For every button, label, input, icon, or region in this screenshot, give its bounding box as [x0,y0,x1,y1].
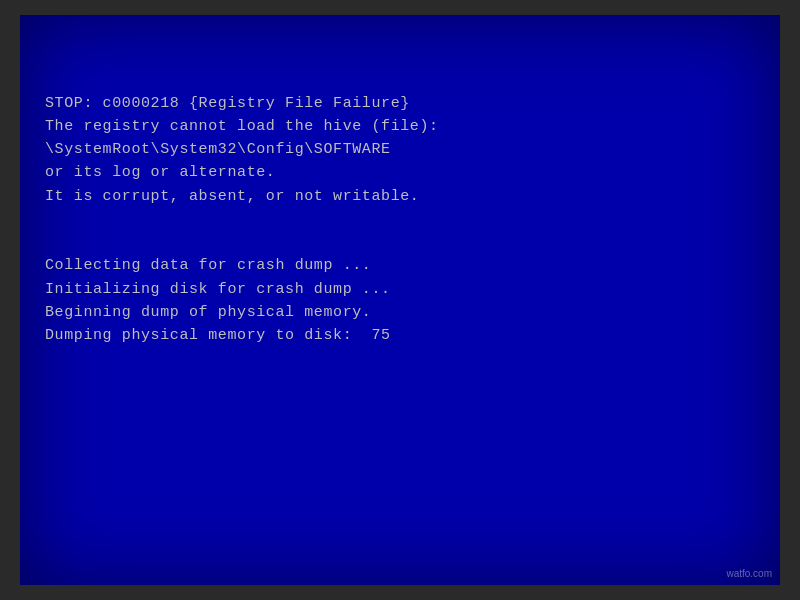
monitor: STOP: c0000218 {Registry File Failure}Th… [0,0,800,600]
bsod-line: It is corrupt, absent, or not writable. [45,185,439,208]
bsod-text-block: STOP: c0000218 {Registry File Failure}Th… [45,45,439,347]
bsod-line: Beginning dump of physical memory. [45,301,439,324]
bsod-screen: STOP: c0000218 {Registry File Failure}Th… [20,15,780,585]
watermark: watfo.com [726,568,772,579]
bsod-line: STOP: c0000218 {Registry File Failure} [45,92,439,115]
bsod-line: Collecting data for crash dump ... [45,254,439,277]
bsod-line: Initializing disk for crash dump ... [45,278,439,301]
bsod-line: \SystemRoot\System32\Config\SOFTWARE [45,138,439,161]
bsod-line: The registry cannot load the hive (file)… [45,115,439,138]
bsod-line: or its log or alternate. [45,161,439,184]
bsod-line [45,208,439,231]
bsod-line [45,231,439,254]
bsod-line: Dumping physical memory to disk: 75 [45,324,439,347]
